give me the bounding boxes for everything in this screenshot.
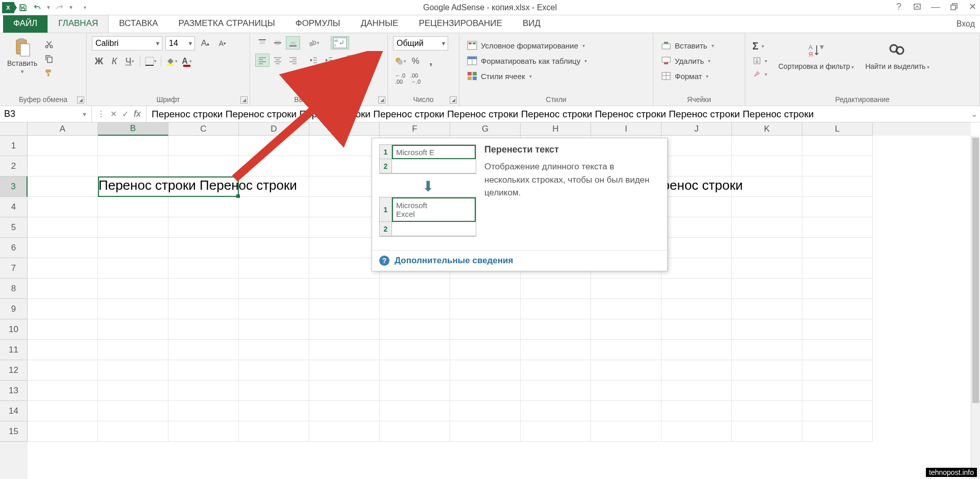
align-top-icon[interactable] (255, 36, 270, 49)
increase-decimal-icon[interactable]: ←.0.00 (393, 72, 407, 85)
cell-E6[interactable] (309, 238, 380, 258)
cell-B6[interactable] (98, 238, 168, 258)
clear-icon[interactable]: ▾ (750, 68, 769, 80)
cell-L2[interactable] (802, 156, 873, 177)
cell-G14[interactable] (450, 401, 521, 421)
qat-redo-icon[interactable] (54, 2, 65, 13)
row-header-9[interactable]: 9 (0, 299, 28, 319)
orientation-icon[interactable]: ab▾ (306, 36, 321, 49)
cell-A10[interactable] (28, 319, 98, 340)
cell-D12[interactable] (239, 360, 309, 381)
cell-K1[interactable] (732, 136, 802, 156)
cell-D2[interactable] (239, 156, 309, 177)
row-header-15[interactable]: 15 (0, 421, 28, 442)
col-header-L[interactable]: L (802, 122, 873, 136)
cell-J10[interactable] (662, 319, 732, 340)
cell-K15[interactable] (732, 421, 802, 442)
restore-icon[interactable] (948, 1, 960, 12)
cell-B2[interactable] (98, 156, 168, 177)
cell-A12[interactable] (28, 360, 98, 381)
cell-C13[interactable] (168, 381, 239, 401)
select-all-corner[interactable] (0, 122, 28, 136)
format-painter-icon[interactable] (42, 67, 56, 79)
cell-B11[interactable] (98, 340, 168, 360)
cell-H11[interactable] (521, 340, 591, 360)
cell-H10[interactable] (521, 319, 591, 340)
tab-formulas[interactable]: ФОРМУЛЫ (285, 15, 351, 33)
cell-J9[interactable] (662, 299, 732, 319)
cell-K13[interactable] (732, 381, 802, 401)
cell-B1[interactable] (98, 136, 168, 156)
paste-button[interactable]: Вставить▼ (5, 36, 39, 78)
cell-C8[interactable] (168, 279, 239, 299)
conditional-formatting-button[interactable]: Условное форматирование▾ (464, 39, 587, 52)
cell-I9[interactable] (591, 299, 662, 319)
cell-H14[interactable] (521, 401, 591, 421)
cell-K14[interactable] (732, 401, 802, 421)
fill-color-icon[interactable]: ▾ (164, 55, 179, 68)
cell-K9[interactable] (732, 299, 802, 319)
cell-A2[interactable] (28, 156, 98, 177)
cell-F11[interactable] (380, 340, 450, 360)
tab-home[interactable]: ГЛАВНАЯ (47, 15, 109, 33)
cell-B12[interactable] (98, 360, 168, 381)
insert-cells-button[interactable]: Вставить▾ (658, 39, 716, 52)
row-header-1[interactable]: 1 (0, 136, 28, 156)
cell-J4[interactable] (662, 197, 732, 217)
cell-B8[interactable] (98, 279, 168, 299)
cell-G10[interactable] (450, 319, 521, 340)
cell-C7[interactable] (168, 258, 239, 279)
cell-K5[interactable] (732, 217, 802, 238)
cell-K8[interactable] (732, 279, 802, 299)
cell-E4[interactable] (309, 197, 380, 217)
cell-I10[interactable] (591, 319, 662, 340)
cell-E7[interactable] (309, 258, 380, 279)
cell-C3[interactable] (168, 177, 239, 197)
tooltip-more-link[interactable]: Дополнительные сведения (395, 256, 513, 266)
font-size-select[interactable]: ▼ (165, 36, 195, 51)
cell-H8[interactable] (521, 279, 591, 299)
col-header-B[interactable]: B (98, 122, 168, 136)
cell-E5[interactable] (309, 217, 380, 238)
cell-L5[interactable] (802, 217, 873, 238)
format-cells-button[interactable]: Формат▾ (658, 70, 710, 82)
cell-L13[interactable] (802, 381, 873, 401)
cell-K11[interactable] (732, 340, 802, 360)
merge-center-icon[interactable]: a▾ (346, 54, 364, 67)
col-header-C[interactable]: C (168, 122, 239, 136)
col-header-J[interactable]: J (662, 122, 732, 136)
cell-J8[interactable] (662, 279, 732, 299)
cell-E9[interactable] (309, 299, 380, 319)
cell-I15[interactable] (591, 421, 662, 442)
name-box[interactable]: B3▼ (0, 106, 92, 122)
cell-D13[interactable] (239, 381, 309, 401)
cell-K4[interactable] (732, 197, 802, 217)
underline-icon[interactable]: Ч▾ (122, 55, 137, 68)
cell-K7[interactable] (732, 258, 802, 279)
cell-L15[interactable] (802, 421, 873, 442)
row-header-4[interactable]: 4 (0, 197, 28, 217)
cell-D6[interactable] (239, 238, 309, 258)
increase-indent-icon[interactable] (322, 54, 336, 67)
cell-J5[interactable] (662, 217, 732, 238)
col-header-E[interactable]: E (309, 122, 380, 136)
cell-J2[interactable] (662, 156, 732, 177)
cell-E3[interactable] (309, 177, 380, 197)
cell-B13[interactable] (98, 381, 168, 401)
cell-D3[interactable] (239, 177, 309, 197)
increase-font-icon[interactable]: A▴ (198, 37, 212, 50)
cell-C14[interactable] (168, 401, 239, 421)
cell-L6[interactable] (802, 238, 873, 258)
cell-D9[interactable] (239, 299, 309, 319)
cell-E13[interactable] (309, 381, 380, 401)
cell-styles-button[interactable]: Стили ячеек▾ (464, 70, 534, 82)
row-header-6[interactable]: 6 (0, 238, 28, 258)
cell-C10[interactable] (168, 319, 239, 340)
cell-F14[interactable] (380, 401, 450, 421)
cell-A7[interactable] (28, 258, 98, 279)
cell-B4[interactable] (98, 197, 168, 217)
row-header-10[interactable]: 10 (0, 319, 28, 340)
cell-G13[interactable] (450, 381, 521, 401)
help-icon[interactable]: ? (893, 1, 904, 12)
cell-D1[interactable] (239, 136, 309, 156)
